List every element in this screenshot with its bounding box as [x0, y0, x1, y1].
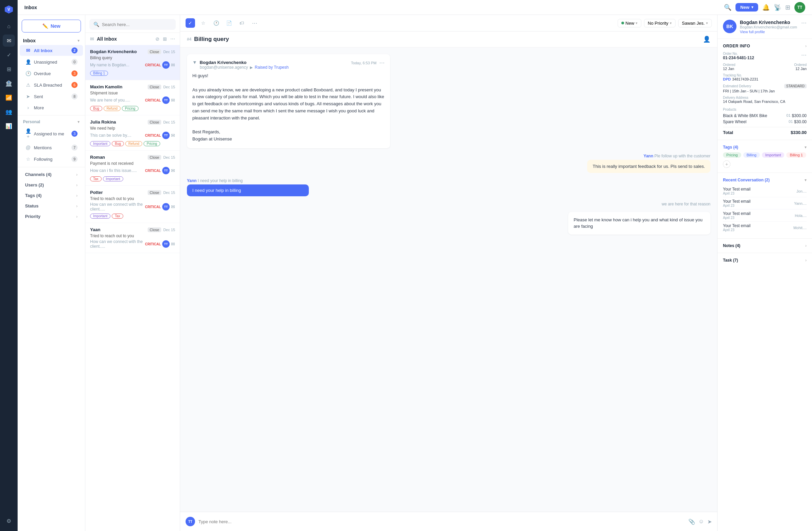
nav-home-icon[interactable]: ⌂ — [3, 20, 15, 32]
send-icon[interactable]: ➤ — [707, 518, 712, 525]
tag[interactable]: Refund — [125, 141, 142, 146]
paperclip-icon[interactable]: 📎 — [688, 518, 695, 525]
grid-view-icon[interactable]: ⊞ — [163, 36, 167, 42]
list-item[interactable]: Yaan Close Dec 15 Tried to reach out to … — [85, 223, 180, 253]
tag-pill[interactable]: Billing — [743, 152, 760, 158]
clock-button[interactable]: 🕐 — [211, 18, 221, 28]
add-tag-button[interactable]: + — [723, 160, 730, 168]
recent-date: April 23 — [723, 228, 750, 232]
priority-chevron-icon: › — [76, 214, 77, 219]
tag[interactable]: Important — [90, 213, 111, 219]
search-box[interactable]: 🔍 — [89, 19, 176, 30]
tag[interactable]: Billing 1 — [90, 71, 108, 76]
order-more-icon[interactable]: ⋯ — [801, 52, 807, 58]
unassigned-icon: 👤 — [25, 59, 31, 65]
reply-input[interactable] — [199, 519, 685, 524]
nav-check-icon[interactable]: ✓ — [3, 49, 15, 61]
search-icon[interactable]: 🔍 — [724, 4, 731, 11]
logo: V — [3, 4, 14, 15]
sidebar-item-sent[interactable]: ➤ Sent 8 — [20, 91, 83, 102]
task-section[interactable]: Task (7) › — [723, 258, 807, 263]
recent-assignee: Jon.... — [796, 189, 807, 193]
new-button[interactable]: ✏️ New — [22, 20, 81, 32]
tag[interactable]: Important — [90, 141, 111, 146]
list-item[interactable]: Potter Close Dec 15 Tried to reach out t… — [85, 186, 180, 223]
doc-button[interactable]: 📄 — [224, 18, 234, 28]
assign-agent-button[interactable]: 👤 — [703, 35, 710, 43]
tag[interactable]: Important — [103, 176, 123, 181]
star-button[interactable]: ☆ — [199, 18, 208, 28]
nav-bank-icon[interactable]: 🏦 — [3, 77, 15, 89]
tag[interactable]: Bug — [90, 106, 102, 111]
sidebar-item-all-inbox[interactable]: ✉ All Inbox 2 — [20, 45, 83, 56]
list-item[interactable]: Julia Rokina Close Dec 15 We need help T… — [85, 115, 180, 151]
sidebar-item-assigned-to-me[interactable]: 👤+ Assigned to me 3 — [20, 126, 83, 142]
ordered-value: 12 Jan — [723, 67, 736, 71]
sidebar-item-more[interactable]: › More — [20, 103, 83, 113]
search-input[interactable] — [102, 22, 172, 27]
sidebar-item-unassigned[interactable]: 👤 Unassigned 0 — [20, 57, 83, 67]
recent-conv-item[interactable]: Your Test email April 23 Mohit.... — [723, 222, 807, 234]
item-subject: Shipment issue — [90, 91, 175, 95]
list-item[interactable]: Roman Close Dec 15 Payment is not receiv… — [85, 151, 180, 186]
top-bar-title: Inbox — [24, 5, 37, 10]
list-item[interactable]: Bogdan Krivenchenko Close Dec 15 Billing… — [85, 45, 180, 80]
sidebar-item-sla-breached[interactable]: ⚠ SLA Breached 6 — [20, 79, 83, 90]
tag-pill[interactable]: Important — [762, 152, 784, 158]
sidebar-channels[interactable]: Channels (4) › — [20, 169, 83, 179]
new-top-button[interactable]: New ▾ — [736, 3, 758, 12]
view-profile-link[interactable]: View full profile — [740, 30, 798, 34]
sent-icon: ➤ — [25, 94, 31, 99]
sidebar-users[interactable]: Users (2) › — [20, 180, 83, 190]
notes-section[interactable]: Notes (4) › — [723, 244, 807, 248]
filter-icon[interactable]: ⊘ — [156, 36, 159, 42]
priority-dropdown[interactable]: No Priority ▾ — [644, 19, 676, 27]
nav-users-icon[interactable]: 👥 — [3, 106, 15, 118]
recent-conv-item[interactable]: Your Test email April 23 Hola.... — [723, 209, 807, 222]
recent-conv-item[interactable]: Your Test email April 23 Yann.... — [723, 197, 807, 209]
message-time: Today, 6:53 PM — [351, 61, 377, 65]
bell-icon[interactable]: 🔔 — [762, 4, 770, 11]
contact-more-icon[interactable]: ⋯ — [801, 20, 807, 26]
sidebar-status[interactable]: Status › — [20, 201, 83, 211]
tag[interactable]: Tax — [90, 176, 102, 181]
sidebar-priority[interactable]: Priority › — [20, 211, 83, 221]
message-more-icon[interactable]: ⋯ — [379, 60, 385, 66]
recent-conv-item[interactable]: Your Test email April 23 Jon.... — [723, 185, 807, 197]
tags-chevron-right-icon[interactable]: ▾ — [804, 145, 807, 150]
tag[interactable]: Pricing — [122, 106, 139, 111]
grid-icon[interactable]: ⊞ — [785, 4, 790, 11]
unassigned-badge: 0 — [71, 59, 77, 65]
list-item[interactable]: Maxim Kamolin Close Dec 15 Shipment issu… — [85, 80, 180, 115]
activity-icon[interactable]: 📡 — [774, 4, 781, 11]
expand-icon[interactable]: ▼ — [192, 60, 197, 65]
order-info-title: ORDER INFO — [723, 44, 750, 48]
sidebar-item-overdue[interactable]: 🕐 Overdue 3 — [20, 68, 83, 79]
emoji-icon[interactable]: ☺ — [699, 518, 704, 525]
recent-conv-chevron-icon[interactable]: ▾ — [804, 178, 807, 182]
nav-inbox-icon[interactable]: ✉ — [3, 34, 15, 47]
nav-chart-icon[interactable]: 📊 — [3, 120, 15, 132]
tag[interactable]: Tax — [112, 213, 123, 219]
tag[interactable]: Bug — [112, 141, 124, 146]
status-dropdown[interactable]: New ▾ — [618, 19, 641, 27]
tag-button[interactable]: 🏷 — [237, 18, 247, 28]
sidebar-item-following[interactable]: ☆ Following 9 — [20, 154, 83, 164]
item-date: Dec 15 — [163, 155, 175, 159]
assignee-dropdown[interactable]: Sawan Jes. ▾ — [678, 19, 712, 27]
user-avatar[interactable]: TT — [794, 2, 805, 13]
priority-badge: CRITICAL — [145, 169, 161, 173]
nav-wifi-icon[interactable]: 📶 — [3, 91, 15, 104]
more-options-button[interactable]: ⋯ — [250, 18, 259, 28]
sidebar-item-mentions[interactable]: @ Mentions 7 — [20, 142, 83, 153]
nav-settings-icon[interactable]: ⚙ — [3, 515, 15, 527]
tag[interactable]: Refund — [104, 106, 120, 111]
sidebar-tags[interactable]: Tags (4) › — [20, 191, 83, 200]
tag-pill[interactable]: Pricing — [723, 152, 741, 158]
more-options-icon[interactable]: ⋯ — [170, 36, 175, 42]
check-button[interactable]: ✓ — [186, 18, 195, 28]
order-info-chevron-icon[interactable]: › — [805, 44, 807, 48]
nav-layers-icon[interactable]: ⊞ — [3, 63, 15, 75]
tag-pill[interactable]: Billing 1 — [786, 152, 806, 158]
tag[interactable]: Pricing — [144, 141, 160, 146]
